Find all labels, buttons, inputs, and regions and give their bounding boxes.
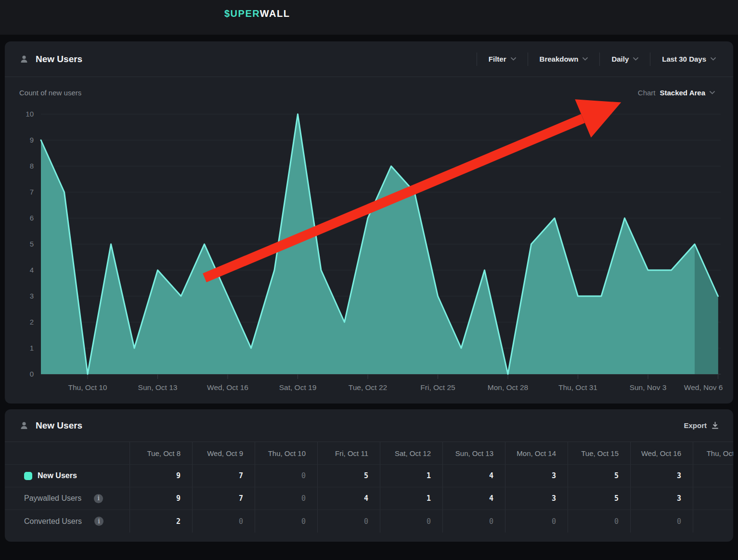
table-panel-header: New Users Export bbox=[5, 409, 733, 442]
y-axis-label: 3 bbox=[30, 292, 34, 300]
series-color-swatch bbox=[24, 472, 32, 480]
x-axis-label: Sun, Nov 3 bbox=[630, 383, 667, 391]
value-cell: 0 bbox=[505, 510, 568, 533]
top-nav-bar: $UPERWALL bbox=[0, 0, 738, 35]
y-axis-label: 9 bbox=[30, 136, 34, 144]
column-header: Fri, Oct 11 bbox=[318, 442, 380, 464]
breakdown-dropdown[interactable]: Breakdown bbox=[528, 55, 600, 63]
value-cell: 0 bbox=[193, 510, 255, 533]
value-cell: 2 bbox=[130, 510, 193, 533]
y-axis-label: 4 bbox=[30, 266, 34, 274]
x-axis-label: Thu, Oct 10 bbox=[68, 383, 107, 391]
value-cell: 0 bbox=[380, 510, 443, 533]
y-axis-label: 0 bbox=[30, 370, 34, 378]
logo-accent-text: $UPER bbox=[224, 8, 260, 19]
row-label-cell: New Users bbox=[5, 465, 130, 487]
value-cell: 3 bbox=[631, 487, 693, 509]
value-cell: 4 bbox=[443, 487, 505, 509]
value-cell: 0 bbox=[255, 487, 318, 509]
x-axis-label: Wed, Nov 6 bbox=[684, 383, 723, 391]
superwall-logo: $UPERWALL bbox=[224, 8, 290, 19]
value-cell: 0 bbox=[318, 510, 380, 533]
column-header: Wed, Oct 9 bbox=[193, 442, 255, 464]
y-axis-label: 6 bbox=[30, 214, 34, 222]
chevron-down-icon bbox=[710, 91, 715, 94]
person-icon bbox=[19, 421, 29, 430]
download-icon bbox=[712, 422, 719, 430]
chart-controls: Filter Breakdown Daily Last 30 Days bbox=[477, 52, 719, 66]
row-label: Paywalled Users bbox=[24, 494, 81, 503]
table-panel-title: New Users bbox=[36, 420, 82, 431]
area-chart-canvas[interactable]: 012345678910Thu, Oct 10Sun, Oct 13Wed, O… bbox=[5, 77, 733, 403]
data-table: Tue, Oct 8Wed, Oct 9Thu, Oct 10Fri, Oct … bbox=[5, 442, 733, 533]
value-cell: 9 bbox=[130, 487, 193, 509]
value-cell: 3 bbox=[631, 465, 693, 487]
date-range-dropdown[interactable]: Last 30 Days bbox=[650, 55, 719, 63]
new-users-table-panel: New Users Export Tue, Oct 8Wed, Oct 9Thu… bbox=[5, 409, 733, 542]
x-axis-label: Wed, Oct 16 bbox=[207, 383, 248, 391]
value-cell: 3 bbox=[505, 487, 568, 509]
y-axis-label: 8 bbox=[30, 162, 34, 170]
value-cell bbox=[693, 465, 733, 487]
chart-type-value: Stacked Area bbox=[660, 89, 706, 97]
row-label: Converted Users bbox=[24, 517, 82, 526]
logo-rest-text: WALL bbox=[260, 8, 290, 19]
value-cell: 7 bbox=[193, 487, 255, 509]
column-header: Thu, Oct 17 bbox=[693, 442, 733, 464]
x-axis-label: Mon, Oct 28 bbox=[488, 383, 528, 391]
value-cell: 0 bbox=[255, 510, 318, 533]
y-axis-label: 2 bbox=[30, 318, 34, 326]
column-header: Sun, Oct 13 bbox=[443, 442, 505, 464]
y-axis-label: 7 bbox=[30, 188, 34, 196]
row-label-cell: Paywalled Usersi bbox=[5, 487, 130, 509]
info-icon[interactable]: i bbox=[94, 494, 103, 503]
value-cell: 4 bbox=[443, 465, 505, 487]
value-cell: 4 bbox=[318, 487, 380, 509]
x-axis-label: Fri, Oct 25 bbox=[420, 383, 455, 391]
value-cell: 5 bbox=[318, 465, 380, 487]
column-header: Thu, Oct 10 bbox=[255, 442, 318, 464]
chart-panel-title: New Users bbox=[36, 54, 82, 65]
chart-subtitle: Count of new users bbox=[19, 89, 81, 97]
table-row: New Users970514353 bbox=[5, 465, 733, 487]
y-axis-label: 5 bbox=[30, 240, 34, 248]
column-header: Mon, Oct 14 bbox=[505, 442, 568, 464]
value-cell: 9 bbox=[130, 465, 193, 487]
breakdown-dropdown-label: Breakdown bbox=[540, 55, 579, 63]
value-cell: 1 bbox=[380, 465, 443, 487]
filter-dropdown[interactable]: Filter bbox=[477, 55, 528, 63]
value-cell bbox=[693, 510, 733, 533]
column-header: Tue, Oct 8 bbox=[130, 442, 193, 464]
table-row: Paywalled Usersi970414353 bbox=[5, 487, 733, 510]
y-axis-label: 10 bbox=[26, 110, 34, 118]
export-button[interactable]: Export bbox=[684, 421, 719, 430]
chevron-down-icon bbox=[511, 57, 516, 61]
value-cell: 1 bbox=[380, 487, 443, 509]
value-cell: 0 bbox=[631, 510, 693, 533]
corner-cell bbox=[5, 442, 130, 464]
row-label-cell: Converted Usersi bbox=[5, 510, 130, 533]
value-cell: 0 bbox=[255, 465, 318, 487]
export-button-label: Export bbox=[684, 421, 707, 430]
table-header-row: Tue, Oct 8Wed, Oct 9Thu, Oct 10Fri, Oct … bbox=[5, 442, 733, 465]
value-cell: 0 bbox=[443, 510, 505, 533]
info-icon[interactable]: i bbox=[94, 517, 104, 526]
row-label: New Users bbox=[38, 471, 77, 480]
chart-type-selector[interactable]: Chart Stacked Area bbox=[638, 89, 715, 97]
x-axis-label: Sat, Oct 19 bbox=[279, 383, 317, 391]
chart-body: 012345678910Thu, Oct 10Sun, Oct 13Wed, O… bbox=[5, 77, 733, 403]
column-header: Sat, Oct 12 bbox=[380, 442, 443, 464]
value-cell: 5 bbox=[568, 487, 631, 509]
y-axis-label: 1 bbox=[30, 344, 34, 352]
value-cell: 5 bbox=[568, 465, 631, 487]
column-header: Wed, Oct 16 bbox=[631, 442, 693, 464]
chart-panel-header: New Users Filter Breakdown Daily Last 30… bbox=[5, 41, 733, 77]
person-icon bbox=[19, 54, 29, 64]
table-row: Converted Usersi200000000 bbox=[5, 510, 733, 533]
new-users-chart-panel: New Users Filter Breakdown Daily Last 30… bbox=[5, 41, 733, 404]
interval-dropdown[interactable]: Daily bbox=[600, 55, 650, 63]
x-axis-label: Sun, Oct 13 bbox=[138, 383, 178, 391]
value-cell: 3 bbox=[505, 465, 568, 487]
chevron-down-icon bbox=[633, 57, 638, 61]
x-axis-label: Thu, Oct 31 bbox=[558, 383, 597, 391]
